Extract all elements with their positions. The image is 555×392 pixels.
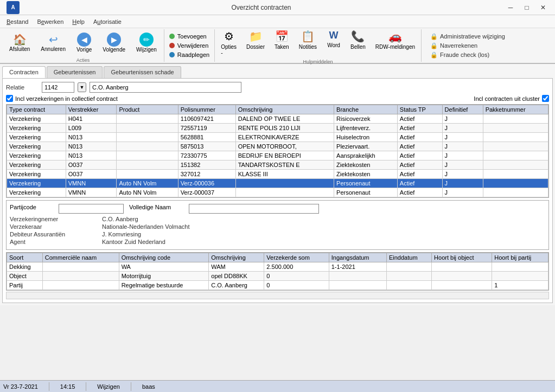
wijzigen-button[interactable]: ✏ Wijzigen bbox=[131, 29, 162, 57]
contracts-table-header: Type contract Verstrekker Product Polisn… bbox=[7, 105, 548, 114]
verwijderen-label: Verwijderen bbox=[177, 42, 208, 49]
list-item[interactable]: ObjectMotorrijtuigopel DD88KK0 bbox=[7, 272, 548, 281]
status-divider-2 bbox=[86, 382, 86, 391]
vorige-button[interactable]: ◀ Vorige bbox=[72, 29, 97, 57]
status-mode: Wijzigen bbox=[97, 383, 120, 390]
app-icon: A bbox=[7, 1, 20, 14]
word-label: Word bbox=[327, 42, 340, 48]
title-bar: A Overzicht contracten ─ □ ✕ bbox=[0, 0, 555, 15]
fraude-check-button[interactable]: 🔒 Fraude check (los) bbox=[428, 51, 507, 59]
afsluiten-button[interactable]: 🏠 Afsluiten bbox=[4, 29, 35, 57]
relatie-name-input[interactable] bbox=[90, 82, 241, 93]
table-row[interactable]: VerzekeringO037327012KLASSE IIIZiektekos… bbox=[7, 170, 548, 179]
naverrekenen-label: Naverrekenen bbox=[440, 42, 477, 49]
window-controls: ─ □ ✕ bbox=[503, 2, 551, 13]
taken-button[interactable]: 📅 Taken bbox=[271, 27, 293, 59]
list-item[interactable]: DekkingWAWAM2.500.0001-1-2021 bbox=[7, 262, 548, 272]
incl-cluster-checkbox-label[interactable]: Incl contracten uit cluster bbox=[474, 95, 549, 102]
opties-label: Opties- bbox=[221, 44, 237, 56]
detail-table: Soort Commerciële naam Omschrijving code… bbox=[7, 253, 548, 290]
tabs: Contracten Gebeurtenissen Gebeurtenissen… bbox=[2, 66, 553, 78]
taken-label: Taken bbox=[275, 44, 289, 50]
notities-label: Notities bbox=[299, 44, 317, 50]
relatie-picker-button[interactable]: ▼ bbox=[78, 82, 86, 92]
volledige-naam-input[interactable] bbox=[189, 204, 319, 214]
col-pakketnummer: Pakketnummer bbox=[483, 105, 548, 114]
tab-contracten[interactable]: Contracten bbox=[2, 66, 46, 78]
table-row[interactable]: VerzekeringVMNNAuto NN VolmVerz-000037Pe… bbox=[7, 188, 548, 197]
col-status-tp: Status TP bbox=[397, 105, 442, 114]
rdw-meldingen-button[interactable]: 🚗 RDW-meldingen bbox=[372, 27, 419, 59]
annuleren-button[interactable]: ↩ Annuleren bbox=[36, 29, 71, 57]
naverrekenen-button[interactable]: 🔒 Naverrekenen bbox=[428, 42, 507, 50]
table-row[interactable]: VerzekeringVMNNAuto NN VolmVerz-000036Pe… bbox=[7, 179, 548, 188]
dt-col-ingangsdatum: Ingangsdatum bbox=[329, 253, 386, 262]
incl-collectief-text: Incl verzekeringen in collectief contrac… bbox=[15, 95, 118, 102]
relatie-row: Relatie ▼ bbox=[6, 82, 549, 93]
partijcode-input[interactable] bbox=[59, 204, 124, 214]
right-actions-group: 🔒 Administratieve wijziging 🔒 Naverreken… bbox=[424, 31, 512, 60]
minimize-button[interactable]: ─ bbox=[503, 2, 518, 13]
verzekeringnemer-row: Verzekeringnemer C.O. Aanberg bbox=[10, 216, 545, 222]
toolbar-actions-col-section: Toevoegen Verwijderen Raadplegen bbox=[164, 29, 215, 62]
word-button[interactable]: W Word bbox=[323, 27, 345, 59]
menu-bestand[interactable]: Bestand bbox=[2, 17, 33, 26]
toevoegen-button[interactable]: Toevoegen bbox=[167, 32, 212, 41]
volledige-naam-label: Volledige Naam bbox=[129, 204, 183, 214]
toolbar-right-section: 🔒 Administratieve wijziging 🔒 Naverreken… bbox=[422, 29, 514, 62]
administratieve-wijziging-button[interactable]: 🔒 Administratieve wijziging bbox=[428, 33, 507, 41]
table-row[interactable]: VerzekeringL00972557119RENTE POLIS 210 L… bbox=[7, 124, 548, 133]
tab-gebeurtenissen-schade[interactable]: Gebeurtenissen schade bbox=[104, 66, 181, 78]
status-bar: Vr 23-7-2021 14:15 Wijzigen baas bbox=[0, 380, 555, 392]
detail-table-body: DekkingWAWAM2.500.0001-1-2021ObjectMotor… bbox=[7, 262, 548, 290]
incl-collectief-checkbox[interactable] bbox=[6, 95, 13, 102]
maximize-button[interactable]: □ bbox=[519, 2, 534, 13]
table-row[interactable]: VerzekeringO037151382TANDARTSKOSTEN EZie… bbox=[7, 160, 548, 170]
table-row[interactable]: VerzekeringN0135628881ELEKTRONIKAVERZEHu… bbox=[7, 133, 548, 142]
tab-gebeurtenissen[interactable]: Gebeurtenissen bbox=[47, 66, 103, 78]
debiteur-value: J. Komvriesing bbox=[102, 231, 141, 237]
main-content: Contracten Gebeurtenissen Gebeurtenissen… bbox=[0, 64, 555, 305]
incl-cluster-text: Incl contracten uit cluster bbox=[474, 95, 540, 102]
close-button[interactable]: ✕ bbox=[535, 2, 551, 13]
col-polisnummer: Polisnummer bbox=[178, 105, 235, 114]
verzekeraar-row: Verzekeraar Nationale-Nederlanden Volmac… bbox=[10, 223, 545, 230]
menu-help[interactable]: Help bbox=[68, 17, 89, 26]
menu-bewerken[interactable]: Bewerken bbox=[33, 17, 68, 26]
table-row[interactable]: VerzekeringN0135875013OPEN MOTORBOOT,Ple… bbox=[7, 142, 548, 151]
relatie-number-input[interactable] bbox=[42, 82, 74, 93]
toolbar: 🏠 Afsluiten ↩ Annuleren ◀ Vorige ▶ Volge… bbox=[0, 28, 555, 64]
incl-collectief-checkbox-label[interactable]: Incl verzekeringen in collectief contrac… bbox=[6, 95, 118, 102]
volgende-label: Volgende bbox=[103, 47, 125, 53]
col-definitief: Definitief bbox=[442, 105, 483, 114]
wijzigen-label: Wijzigen bbox=[136, 47, 157, 53]
dossier-button[interactable]: 📁 Dossier bbox=[243, 27, 269, 59]
status-date: Vr 23-7-2021 bbox=[3, 383, 38, 390]
fraude-label: Fraude check (los) bbox=[440, 52, 489, 58]
horizontal-scrollbar[interactable] bbox=[6, 292, 549, 299]
incl-cluster-checkbox[interactable] bbox=[542, 95, 549, 102]
table-row[interactable]: VerzekeringH0411106097421DALEND OP TWEE … bbox=[7, 114, 548, 124]
dt-col-hoort-partij: Hoort bij partij bbox=[492, 253, 548, 262]
raadplegen-label: Raadplegen bbox=[177, 52, 209, 58]
contracts-table-body: VerzekeringH0411106097421DALEND OP TWEE … bbox=[7, 114, 548, 197]
notities-button[interactable]: 📋 Notities bbox=[295, 27, 321, 59]
main-panel: Relatie ▼ Incl verzekeringen in collecti… bbox=[2, 78, 553, 303]
table-row[interactable]: VerzekeringN01372330775BEDRIJF EN BEROEP… bbox=[7, 151, 548, 160]
col-verstrekker: Verstrekker bbox=[66, 105, 117, 114]
admin-wijziging-label: Administratieve wijziging bbox=[440, 33, 505, 40]
bellen-button[interactable]: 📞 Bellen bbox=[347, 27, 369, 59]
dt-col-einddatum: Einddatum bbox=[386, 253, 431, 262]
opties-button[interactable]: ⚙ Opties- bbox=[217, 27, 240, 59]
agent-row: Agent Kantoor Zuid Nederland bbox=[10, 239, 545, 245]
menu-autorisatie[interactable]: Autorisatie bbox=[89, 17, 126, 26]
acties-group-label: Acties bbox=[76, 57, 90, 63]
verwijderen-button[interactable]: Verwijderen bbox=[167, 41, 212, 50]
raadplegen-button[interactable]: Raadplegen bbox=[167, 50, 212, 59]
verzekeringnemer-value: C.O. Aanberg bbox=[102, 216, 138, 222]
volgende-button[interactable]: ▶ Volgende bbox=[98, 29, 130, 57]
agent-label: Agent bbox=[10, 239, 102, 245]
actions-col: Toevoegen Verwijderen Raadplegen bbox=[167, 32, 212, 59]
list-item[interactable]: PartijRegelmatige bestuurdeC.O. Aanberg0… bbox=[7, 281, 548, 290]
status-time: 14:15 bbox=[60, 383, 75, 390]
